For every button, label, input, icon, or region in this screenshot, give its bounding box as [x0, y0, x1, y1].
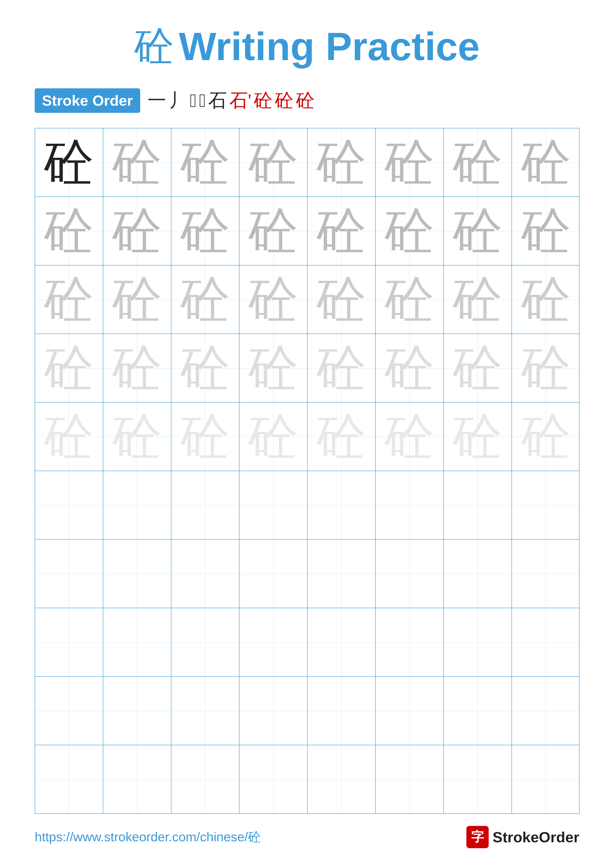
cell-10-4 [239, 745, 308, 813]
grid-row-10 [35, 745, 579, 813]
cell-3-8: 砼 [512, 265, 580, 333]
cell-5-8: 砼 [512, 403, 580, 471]
cell-5-2: 砼 [103, 403, 171, 471]
cell-3-2: 砼 [103, 265, 171, 333]
char-display: 砼 [521, 198, 570, 265]
cell-7-8 [512, 539, 580, 608]
char-display: 砼 [317, 403, 366, 470]
char-display: 砼 [180, 266, 230, 333]
stroke-4: 𠄌 [199, 90, 206, 112]
stroke-8: 砼 [275, 88, 294, 113]
stroke-1: 一 [148, 88, 166, 113]
cell-6-3 [171, 471, 239, 539]
char-display: 砼 [44, 335, 93, 401]
cell-2-4: 砼 [239, 197, 308, 265]
char-display: 砼 [521, 266, 570, 333]
cell-3-3: 砼 [171, 265, 239, 333]
char-display: 砼 [249, 335, 298, 401]
cell-4-6: 砼 [376, 334, 444, 402]
footer-logo-text: StrokeOrder [493, 829, 579, 846]
char-display: 砼 [317, 198, 366, 265]
cell-7-6 [376, 539, 444, 608]
grid-row-7 [35, 539, 579, 608]
cell-9-5 [308, 677, 376, 745]
cell-9-6 [376, 677, 444, 745]
footer-logo-icon: 字 [466, 826, 489, 848]
char-display: 砼 [521, 129, 570, 196]
cell-3-5: 砼 [308, 265, 376, 333]
cell-3-6: 砼 [376, 265, 444, 333]
char-display: 砼 [317, 335, 366, 401]
cell-2-5: 砼 [308, 197, 376, 265]
cell-7-2 [103, 539, 171, 608]
cell-1-1: 砼 [35, 129, 103, 197]
grid-row-2: 砼 砼 砼 砼 砼 砼 砼 砼 [35, 197, 579, 265]
cell-1-8: 砼 [512, 129, 580, 197]
cell-1-3: 砼 [171, 129, 239, 197]
cell-6-7 [444, 471, 512, 539]
cell-2-2: 砼 [103, 197, 171, 265]
char-display: 砼 [180, 129, 230, 196]
stroke-3: 𠃌 [190, 90, 196, 112]
char-display: 砼 [521, 335, 570, 401]
cell-3-7: 砼 [444, 265, 512, 333]
cell-4-7: 砼 [444, 334, 512, 402]
cell-10-2 [103, 745, 171, 813]
cell-4-3: 砼 [171, 334, 239, 402]
char-display: 砼 [112, 266, 162, 333]
page-container: 砼 Writing Practice Stroke Order 一 丿 𠃌 𠄌 … [0, 0, 614, 868]
cell-10-1 [35, 745, 103, 813]
char-display: 砼 [453, 335, 502, 401]
cell-5-1: 砼 [35, 403, 103, 471]
stroke-7: 砼 [254, 88, 272, 113]
grid-row-9 [35, 677, 579, 745]
grid-row-6 [35, 471, 579, 539]
cell-4-4: 砼 [239, 334, 308, 402]
char-display: 砼 [249, 403, 298, 470]
cell-8-7 [444, 608, 512, 676]
cell-2-1: 砼 [35, 197, 103, 265]
stroke-order-badge: Stroke Order [35, 88, 140, 113]
char-display: 砼 [44, 403, 93, 470]
cell-2-7: 砼 [444, 197, 512, 265]
grid-row-8 [35, 608, 579, 677]
cell-10-3 [171, 745, 239, 813]
cell-4-1: 砼 [35, 334, 103, 402]
cell-6-5 [308, 471, 376, 539]
cell-9-2 [103, 677, 171, 745]
footer: https://www.strokeorder.com/chinese/砼 字 … [0, 826, 614, 848]
grid-row-5: 砼 砼 砼 砼 砼 砼 砼 砼 [35, 403, 579, 471]
cell-7-3 [171, 539, 239, 608]
stroke-order-chars: 一 丿 𠃌 𠄌 石 石' 砼 砼 砼 [148, 88, 314, 113]
char-display: 砼 [453, 266, 502, 333]
char-display: 砼 [44, 266, 93, 333]
cell-10-5 [308, 745, 376, 813]
cell-1-4: 砼 [239, 129, 308, 197]
title-text: Writing Practice [179, 24, 480, 69]
char-display: 砼 [180, 335, 230, 401]
cell-9-4 [239, 677, 308, 745]
char-display: 砼 [44, 129, 93, 196]
cell-8-3 [171, 608, 239, 676]
cell-7-5 [308, 539, 376, 608]
char-display: 砼 [249, 266, 298, 333]
practice-grid: 砼 砼 砼 砼 砼 砼 砼 砼 砼 砼 砼 砼 砼 砼 砼 砼 砼 砼 砼 砼 … [35, 128, 580, 814]
cell-10-6 [376, 745, 444, 813]
cell-8-6 [376, 608, 444, 676]
stroke-order-section: Stroke Order 一 丿 𠃌 𠄌 石 石' 砼 砼 砼 [35, 88, 580, 113]
cell-5-3: 砼 [171, 403, 239, 471]
char-display: 砼 [317, 129, 366, 196]
cell-1-2: 砼 [103, 129, 171, 197]
char-display: 砼 [249, 198, 298, 265]
cell-10-8 [512, 745, 580, 813]
footer-url[interactable]: https://www.strokeorder.com/chinese/砼 [35, 828, 261, 846]
cell-6-4 [239, 471, 308, 539]
cell-9-7 [444, 677, 512, 745]
char-display: 砼 [180, 198, 230, 265]
cell-3-4: 砼 [239, 265, 308, 333]
char-display: 砼 [249, 129, 298, 196]
char-display: 砼 [112, 335, 162, 401]
stroke-2: 丿 [169, 88, 187, 113]
cell-5-5: 砼 [308, 403, 376, 471]
char-display: 砼 [44, 198, 93, 265]
